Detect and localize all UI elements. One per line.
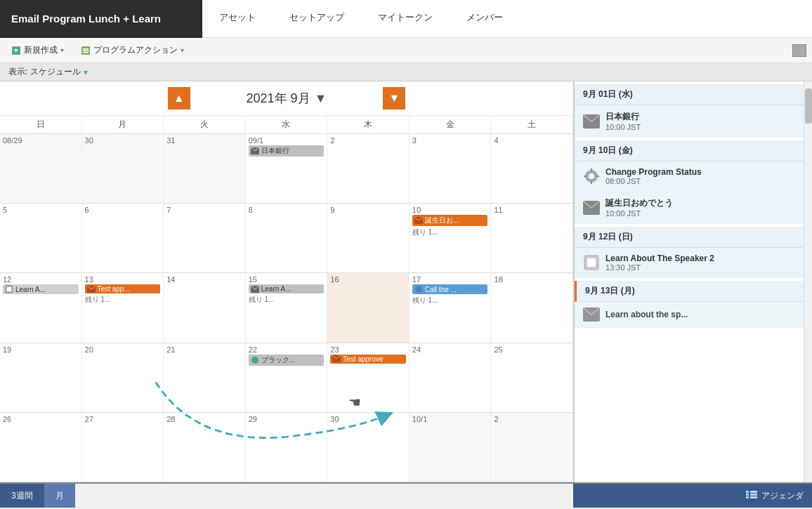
cal-title-dropdown-arrow[interactable]: ▼ [315, 91, 327, 106]
envelope-icon-3 [87, 286, 96, 293]
view-label-arrow[interactable]: ▾ [84, 67, 88, 77]
cal-cell-0928[interactable]: 28 [164, 413, 246, 482]
checkbox-icon [5, 285, 13, 293]
cal-cell-0830[interactable]: 30 [82, 134, 164, 203]
new-create-button[interactable]: ✦ 新規作成 ▾ [6, 43, 70, 58]
next-month-button[interactable]: ▼ [383, 87, 405, 110]
program-action-icon [81, 46, 91, 55]
day-header-wed: 水 [246, 116, 328, 133]
cal-cell-1002[interactable]: 2 [491, 413, 573, 482]
agenda-bar: アジェンダ [573, 484, 812, 508]
day-header-sat: 土 [491, 116, 573, 133]
cal-cell-0925[interactable]: 25 [491, 343, 573, 412]
sidebar-gear-icon [583, 168, 600, 185]
cal-cell-0912[interactable]: 12 Learn A... [0, 273, 82, 342]
cal-cell-0916[interactable]: 16 [327, 273, 410, 342]
nav-tab-members[interactable]: メンバー [450, 0, 520, 38]
cal-cell-0915[interactable]: 15 Learn A... 残り 1... [246, 273, 328, 342]
agenda-button[interactable]: アジェンダ [746, 490, 804, 502]
sidebar-date-0901: 9月 01日 (水) [575, 84, 804, 105]
cal-cell-0901[interactable]: 09/1 日本銀行 [246, 134, 328, 203]
cal-cell-0904[interactable]: 4 [491, 134, 573, 203]
cal-cell-0926[interactable]: 26 [0, 413, 82, 482]
sidebar-event-nihonginko[interactable]: 日本銀行 10:00 JST [575, 105, 804, 138]
event-black-0922[interactable]: ブラック... [249, 355, 325, 366]
cal-cell-1001[interactable]: 10/1 [410, 413, 492, 482]
tab-3weeks[interactable]: 3週間 [0, 484, 44, 508]
sidebar-event-learn-sp[interactable]: Learn about the sp... [575, 302, 804, 328]
cal-cell-0917[interactable]: 17 Call the ... 残り 1... [410, 273, 492, 342]
more-link-0917[interactable]: 残り 1... [412, 296, 488, 305]
cal-cell-0919[interactable]: 19 [0, 343, 82, 412]
sidebar-event-info-change: Change Program Status 08:00 JST [605, 167, 795, 185]
more-link-0910[interactable]: 残り 1... [412, 227, 488, 237]
svg-rect-29 [750, 491, 757, 493]
sidebar-event-time-learnspeaker: 13:30 JST [605, 263, 795, 272]
window-control-button[interactable] [792, 44, 806, 57]
cal-cell-0906[interactable]: 6 [82, 204, 164, 272]
cal-cell-0903[interactable]: 3 [410, 134, 492, 203]
event-callthe[interactable]: Call the ... [412, 284, 488, 294]
cal-grid: 08/29 30 31 09/1 日本銀行 2 3 4 [0, 134, 573, 482]
cal-cell-0923[interactable]: 23 Test approve ☚ [327, 343, 410, 412]
svg-rect-31 [750, 496, 757, 498]
nav-tab-assets[interactable]: アセット [202, 0, 273, 38]
cal-cell-0927[interactable]: 27 [82, 413, 164, 482]
view-label: 表示: スケジュール ▾ [0, 63, 812, 81]
cal-cell-0831[interactable]: 31 [164, 134, 246, 203]
event-learn-a-0915[interactable]: Learn A... [249, 284, 325, 293]
sidebar-event-learn-speaker[interactable]: Learn About The Speaker 2 13:30 JST [575, 248, 804, 278]
sidebar-envelope-icon-2 [583, 201, 600, 215]
event-testapp-0913[interactable]: Test app... [85, 284, 161, 293]
cursor-hand: ☚ [348, 394, 361, 411]
tab-month[interactable]: 月 [44, 484, 75, 508]
cal-month-year: 2021年 9月 [247, 90, 310, 107]
cal-cell-0829[interactable]: 08/29 [0, 134, 82, 203]
cal-cell-0905[interactable]: 5 [0, 204, 82, 272]
cal-cell-0911[interactable]: 11 [491, 204, 573, 272]
event-nihonginko[interactable]: 日本銀行 [249, 145, 325, 157]
svg-rect-18 [591, 168, 592, 171]
sidebar-envelope-icon-3 [583, 308, 600, 322]
cal-cell-0914[interactable]: 14 [164, 273, 246, 342]
cal-cell-0922[interactable]: 22 ブラック... [246, 343, 328, 412]
nav-tab-setup[interactable]: セットアップ [273, 0, 361, 38]
more-link-0915[interactable]: 残り 1... [249, 295, 325, 305]
cal-cell-0910[interactable]: 10 誕生日お... 残り 1... [410, 204, 492, 272]
cal-week-3: 12 Learn A... 13 Test app... 残り 1... [0, 273, 573, 343]
svg-rect-19 [591, 181, 592, 184]
event-testapprove-0923[interactable]: Test approve [330, 355, 406, 364]
cal-cell-0913[interactable]: 13 Test app... 残り 1... [82, 273, 164, 342]
day-header-tue: 火 [164, 116, 246, 133]
cal-cell-0907[interactable]: 7 [164, 204, 246, 272]
cal-cell-0908[interactable]: 8 [246, 204, 328, 272]
sidebar-event-change-program[interactable]: Change Program Status 08:00 JST [575, 161, 804, 192]
cal-week-2: 5 6 7 8 9 10 誕生日お... 残り 1... 11 [0, 204, 573, 273]
cal-cell-0918[interactable]: 18 [491, 273, 573, 342]
nav-tab-mytoken[interactable]: マイトークン [361, 0, 450, 38]
program-action-button[interactable]: プログラムアクション ▾ [75, 43, 190, 58]
cal-cell-0921[interactable]: 21 [164, 343, 246, 412]
prev-month-button[interactable]: ▲ [168, 87, 190, 110]
sidebar-event-name-learnsp: Learn about the sp... [605, 310, 795, 319]
sidebar-checkbox-icon [583, 254, 600, 271]
event-birthday[interactable]: 誕生日お... [412, 215, 488, 226]
sidebar-envelope-icon [583, 114, 600, 128]
day-header-thu: 木 [327, 116, 410, 133]
agenda-icon [746, 491, 757, 501]
cal-cell-0909[interactable]: 9 [327, 204, 410, 272]
event-learn-a-0912[interactable]: Learn A... [3, 284, 79, 294]
new-icon: ✦ [11, 46, 21, 55]
more-link-0913[interactable]: 残り 1... [85, 295, 161, 305]
sidebar-event-birthday[interactable]: 誕生日おめでとう 10:00 JST [575, 192, 804, 224]
cal-cell-0920[interactable]: 20 [82, 343, 164, 412]
svg-rect-24 [587, 258, 596, 267]
svg-point-13 [251, 357, 258, 364]
day-header-mon: 月 [82, 116, 164, 133]
sidebar-scrollbar[interactable] [804, 81, 812, 482]
scrollbar-thumb[interactable] [805, 88, 812, 124]
cal-cell-0924[interactable]: 24 [410, 343, 492, 412]
cal-cell-0930[interactable]: 30 [327, 413, 410, 482]
cal-cell-0902[interactable]: 2 [327, 134, 410, 203]
cal-cell-0929[interactable]: 29 [246, 413, 328, 482]
